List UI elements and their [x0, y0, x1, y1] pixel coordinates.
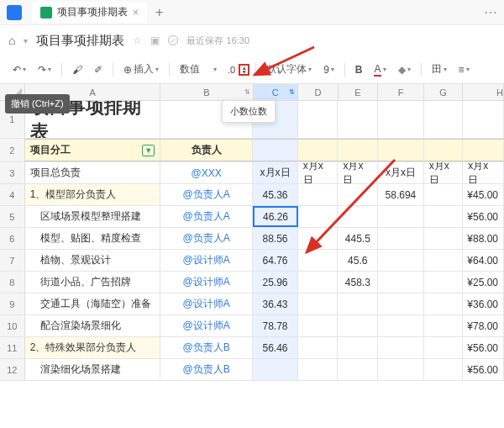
more-icon[interactable]: ⋯ [484, 4, 497, 20]
row-header[interactable]: 12 [0, 359, 25, 380]
cell-D7[interactable] [298, 250, 339, 271]
cell-B9[interactable]: @设计师A [160, 293, 253, 314]
cell-A7[interactable]: 植物、景观设计 [25, 250, 161, 271]
format-painter-button[interactable]: 🖌 [68, 61, 87, 79]
cell-C2[interactable] [253, 139, 298, 161]
cell-A4[interactable]: 1、模型部分负责人 [25, 184, 161, 205]
cell-H1[interactable] [463, 101, 504, 138]
filter-icon[interactable]: ⇅ [289, 88, 295, 96]
cell-E12[interactable] [338, 359, 378, 380]
add-tab-button[interactable]: + [155, 5, 163, 20]
home-icon[interactable]: ⌂ [8, 34, 15, 47]
cell-B8[interactable]: @设计师A [160, 272, 253, 293]
cell-G3[interactable]: x月x日 [424, 162, 464, 183]
decimal-spinner[interactable]: ▲▼ [239, 64, 249, 76]
cell-H3[interactable]: x月x日 [463, 162, 504, 183]
cell-E10[interactable] [338, 315, 378, 336]
cell-D11[interactable] [298, 337, 339, 358]
row-header[interactable]: 11 [0, 337, 25, 358]
cell-F7[interactable] [378, 250, 424, 271]
chevron-down-icon[interactable]: ▾ [24, 36, 28, 45]
cell-C10[interactable]: 78.78 [253, 315, 298, 336]
cell-C7[interactable]: 64.76 [253, 250, 298, 271]
cell-D6[interactable] [298, 228, 339, 249]
cell-C4[interactable]: 45.36 [253, 184, 298, 205]
cell-G11[interactable] [424, 337, 464, 358]
cell-E6[interactable]: 445.5 [338, 228, 378, 249]
cell-G4[interactable] [424, 184, 464, 205]
row-header[interactable]: 4 [0, 184, 25, 205]
cell-B10[interactable]: @设计师A [160, 315, 253, 336]
cell-G7[interactable] [424, 250, 464, 271]
cell-D1[interactable] [298, 101, 339, 138]
row-header[interactable]: 2 [0, 139, 25, 161]
cell-H10[interactable]: ¥78.00 [463, 315, 504, 336]
align-button[interactable]: ≡▾ [454, 61, 474, 79]
row-header[interactable]: 5 [0, 206, 25, 227]
cell-B11[interactable]: @负责人B [160, 337, 253, 358]
cell-G1[interactable] [424, 101, 464, 138]
col-header-C[interactable]: C⇅ [254, 84, 299, 100]
font-size-select[interactable]: 9 ▾ [319, 61, 339, 79]
clear-format-button[interactable]: ✐ [90, 61, 107, 79]
cell-F11[interactable] [378, 337, 424, 358]
undo-button[interactable]: ↶▾ [8, 61, 30, 79]
cell-H7[interactable]: ¥64.00 [463, 250, 504, 271]
cell-H9[interactable]: ¥36.00 [463, 293, 504, 314]
cell-C8[interactable]: 25.96 [253, 272, 298, 293]
cell-F1[interactable] [378, 101, 424, 138]
col-header-G[interactable]: G [424, 84, 464, 100]
border-button[interactable]: 田▾ [428, 59, 451, 80]
cell-G9[interactable] [424, 293, 464, 314]
filter-icon[interactable]: ▼ [142, 145, 155, 156]
cell-H5[interactable]: ¥56.00 [463, 206, 504, 227]
cell-D2[interactable] [298, 139, 339, 161]
cell-C6[interactable]: 88.56 [253, 228, 298, 249]
row-header[interactable]: 3 [0, 162, 25, 183]
row-header[interactable]: 10 [0, 315, 25, 336]
insert-button[interactable]: ⊕ 插入▾ [119, 59, 163, 80]
star-icon[interactable]: ☆ [133, 34, 142, 46]
row-header[interactable]: 7 [0, 250, 25, 271]
cell-F6[interactable] [378, 228, 424, 249]
cell-B4[interactable]: @负责人A [160, 184, 253, 205]
cell-A2[interactable]: 项目分工▼ [25, 139, 161, 161]
cell-H8[interactable]: ¥25.00 [463, 272, 504, 293]
cell-G8[interactable] [424, 272, 464, 293]
cell-G12[interactable] [424, 359, 464, 380]
cell-E11[interactable] [338, 337, 378, 358]
row-header[interactable]: 9 [0, 293, 25, 314]
cell-E5[interactable] [338, 206, 378, 227]
row-header[interactable]: 8 [0, 272, 25, 293]
cell-F4[interactable]: 58.694 [378, 184, 424, 205]
cell-B7[interactable]: @设计师A [160, 250, 253, 271]
cell-B2[interactable]: 负责人 [160, 139, 253, 161]
col-header-B[interactable]: B⇅ [160, 84, 253, 100]
cell-H4[interactable]: ¥45.00 [463, 184, 504, 205]
cell-H2[interactable] [463, 139, 504, 161]
cell-C9[interactable]: 36.43 [253, 293, 298, 314]
close-icon[interactable]: × [133, 7, 139, 18]
cell-G5[interactable] [424, 206, 464, 227]
cell-A12[interactable]: 渲染细化场景搭建 [25, 359, 161, 380]
cell-F10[interactable] [378, 315, 424, 336]
col-header-D[interactable]: D [298, 84, 339, 100]
cell-D4[interactable] [298, 184, 339, 205]
filter-icon[interactable]: ⇅ [244, 88, 250, 96]
cell-D8[interactable] [298, 272, 339, 293]
cell-F9[interactable] [378, 293, 424, 314]
cell-H11[interactable]: ¥56.00 [463, 337, 504, 358]
cell-E1[interactable] [338, 101, 378, 138]
document-title[interactable]: 项目事项排期表 [36, 33, 124, 49]
cell-F8[interactable] [378, 272, 424, 293]
cell-C5[interactable]: 46.26 [253, 206, 298, 227]
cell-D5[interactable] [298, 206, 339, 227]
cell-D3[interactable]: x月x日 [298, 162, 339, 183]
cell-A8[interactable]: 街道小品、广告招牌 [25, 272, 161, 293]
cell-B6[interactable]: @负责人A [160, 228, 253, 249]
decimal-decrease-button[interactable]: .0 [224, 62, 239, 77]
cell-D12[interactable] [298, 359, 339, 380]
cell-F2[interactable] [378, 139, 424, 161]
cell-D9[interactable] [298, 293, 339, 314]
fill-color-button[interactable]: ◆▾ [394, 61, 415, 79]
